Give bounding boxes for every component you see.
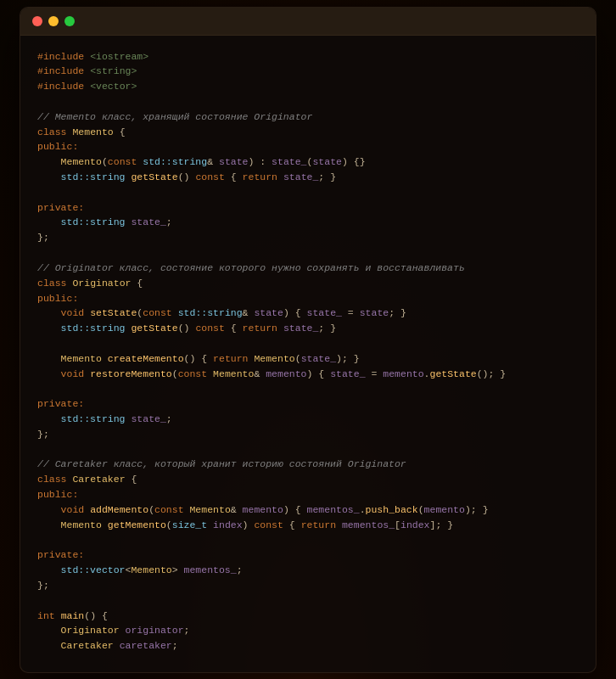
code-line: class Originator {: [37, 276, 579, 291]
code-line: public:: [37, 487, 579, 502]
code-line: private:: [37, 396, 579, 412]
code-line: [37, 654, 579, 669]
code-line: void restoreMemento(const Memento& memen…: [37, 367, 579, 382]
code-line: [37, 94, 579, 109]
code-line: class Caretaker {: [37, 472, 579, 487]
code-line: // Originator класс, состояние которого …: [37, 261, 579, 276]
code-editor-window: #include <iostream> #include <string> #i…: [20, 7, 596, 673]
code-line: std::string getState() const { return st…: [37, 170, 579, 185]
code-line: std::string state_;: [37, 412, 579, 427]
code-line: [37, 533, 579, 548]
code-line: // Мemento класс, хранящий состояние Ori…: [37, 109, 579, 125]
code-line: #include <vector>: [37, 79, 579, 94]
code-line: [37, 336, 579, 351]
code-line: int main() {: [37, 609, 579, 624]
code-line: Memento(const std::string& state) : stat…: [37, 154, 579, 170]
code-line: [37, 381, 579, 396]
code-line: [37, 245, 579, 261]
code-line: originator.setState("Состояние 1");: [37, 669, 579, 672]
close-button[interactable]: [32, 16, 42, 26]
code-line: };: [37, 230, 579, 245]
code-line: [37, 185, 579, 200]
titlebar: [20, 8, 596, 36]
code-line: Memento getMemento(size_t index) const {…: [37, 518, 579, 533]
code-line: };: [37, 427, 579, 442]
code-line: std::string state_;: [37, 215, 579, 230]
code-line: #include <string>: [37, 64, 579, 79]
code-line: };: [37, 578, 579, 593]
code-line: [37, 442, 579, 457]
code-line: Caretaker caretaker;: [37, 638, 579, 654]
code-line: public:: [37, 139, 579, 154]
code-line: private:: [37, 547, 579, 563]
code-line: std::vector<Memento> mementos_;: [37, 563, 579, 578]
code-line: [37, 593, 579, 609]
code-line: void addMemento(const Memento& memento) …: [37, 502, 579, 518]
code-line: // Caretaker класс, который хранит истор…: [37, 457, 579, 472]
code-line: class Memento {: [37, 125, 579, 140]
code-line: void setState(const std::string& state) …: [37, 306, 579, 321]
code-line: Originator originator;: [37, 623, 579, 638]
code-line: std::string getState() const { return st…: [37, 321, 579, 336]
maximize-button[interactable]: [64, 16, 75, 26]
code-line: Memento createMemento() { return Memento…: [37, 351, 579, 367]
minimize-button[interactable]: [48, 16, 59, 26]
code-line: public:: [37, 291, 579, 306]
code-line: private:: [37, 200, 579, 216]
code-line: #include <iostream>: [37, 49, 579, 65]
code-area[interactable]: #include <iostream> #include <string> #i…: [20, 36, 596, 672]
